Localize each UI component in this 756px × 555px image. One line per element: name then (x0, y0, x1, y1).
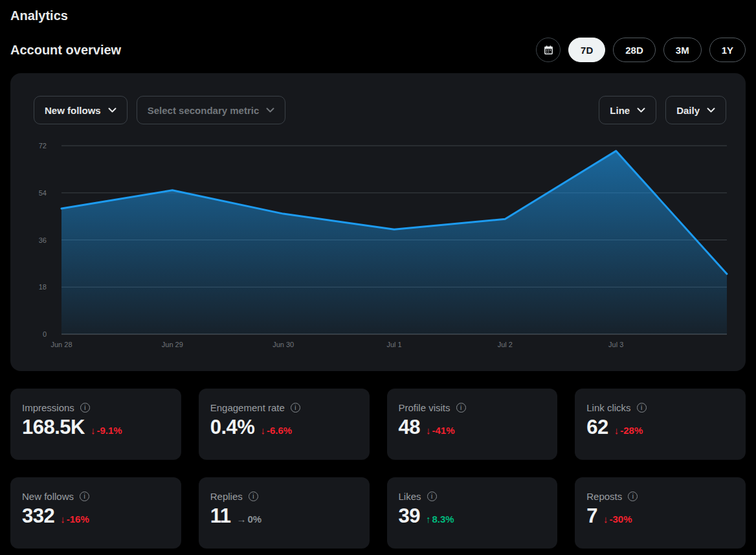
info-icon[interactable]: i (427, 492, 437, 501)
info-icon[interactable]: i (637, 403, 647, 413)
metric-card-link-clicks[interactable]: Link clicksi62↓ -28% (575, 389, 746, 460)
metric-label-row: Engagement ratei (210, 402, 358, 413)
metric-label: New follows (22, 491, 74, 502)
arrow-down-icon: ↓ (91, 425, 96, 436)
metric-card-reposts[interactable]: Repostsi7↓ -30% (575, 477, 746, 549)
metric-value: 48 (399, 416, 420, 439)
info-icon[interactable]: i (456, 403, 466, 413)
calendar-button[interactable] (536, 38, 561, 62)
metric-label-row: New followsi (22, 491, 170, 502)
chevron-down-icon (637, 108, 645, 113)
x-axis-tick: Jun 30 (272, 341, 294, 348)
metric-label: Replies (210, 491, 243, 502)
primary-metric-dropdown[interactable]: New follows (34, 96, 128, 124)
arrow-flat-icon: → (237, 514, 247, 525)
metric-delta: ↓ -30% (603, 514, 632, 525)
metric-delta: ↑ 8.3% (426, 514, 454, 525)
arrow-down-icon: ↓ (603, 514, 608, 525)
y-axis-tick: 18 (39, 283, 47, 291)
x-axis-tick: Jul 1 (386, 341, 401, 348)
chart-type-dropdown[interactable]: Line (599, 96, 656, 124)
chevron-down-icon (707, 108, 715, 113)
calendar-icon (543, 45, 554, 56)
time-range-pill-3m[interactable]: 3M (663, 38, 702, 62)
time-range-pill-28d[interactable]: 28D (613, 38, 656, 62)
metric-delta: ↓ -16% (60, 514, 89, 525)
metric-value-row: 39↑ 8.3% (399, 504, 546, 528)
metric-card-engagement-rate[interactable]: Engagement ratei0.4%↓ -6.6% (199, 389, 370, 460)
metric-card-profile-visits[interactable]: Profile visitsi48↓ -41% (387, 389, 558, 460)
metric-delta: ↓ -28% (614, 425, 643, 436)
arrow-up-icon: ↑ (426, 514, 431, 525)
metric-delta-percent: -9.1% (96, 425, 122, 436)
arrow-down-icon: ↓ (614, 425, 619, 436)
metric-label: Engagement rate (210, 402, 285, 413)
area-fill (61, 151, 727, 334)
metric-value-row: 0.4%↓ -6.6% (210, 416, 358, 439)
metric-label-row: Profile visitsi (399, 402, 546, 413)
metric-delta: ↓ -41% (426, 425, 455, 436)
metric-delta-percent: -30% (610, 514, 632, 525)
trend-chart-card: New follows Select secondary metric Line (10, 73, 746, 371)
metric-delta-percent: 8.3% (432, 514, 454, 525)
chart-type-label: Line (610, 105, 630, 116)
metric-label: Link clicks (586, 402, 630, 413)
time-range-pill-7d[interactable]: 7D (568, 38, 605, 62)
page-title: Analytics (10, 0, 746, 23)
secondary-metric-placeholder: Select secondary metric (148, 105, 260, 116)
time-range-pills: 7D28D3M1Y (568, 38, 746, 62)
metric-label: Likes (399, 491, 421, 502)
metric-delta: ↓ -6.6% (260, 425, 292, 436)
metric-delta-percent: -6.6% (267, 425, 292, 436)
metric-value: 332 (22, 504, 54, 528)
metric-label: Impressions (22, 402, 74, 413)
info-icon[interactable]: i (80, 403, 90, 413)
x-axis-tick: Jun 29 (162, 341, 183, 348)
metric-card-likes[interactable]: Likesi39↑ 8.3% (387, 477, 558, 549)
metric-card-new-follows[interactable]: New followsi332↓ -16% (10, 477, 181, 549)
info-icon[interactable]: i (291, 403, 300, 413)
metric-delta-percent: -41% (432, 425, 454, 436)
analytics-page: Analytics Account overview 7D28D3M1Y New… (0, 0, 756, 549)
info-icon[interactable]: i (628, 492, 638, 501)
metric-value: 168.5K (22, 416, 85, 439)
metric-delta-percent: 0% (248, 514, 262, 525)
arrow-down-icon: ↓ (426, 425, 431, 436)
x-axis-tick: Jul 3 (608, 341, 623, 348)
metric-value-row: 11→ 0% (210, 504, 358, 528)
chart-controls: New follows Select secondary metric Line (10, 96, 746, 124)
metric-label: Profile visits (399, 402, 450, 413)
y-axis-tick: 36 (39, 236, 47, 244)
metric-card-impressions[interactable]: Impressionsi168.5K↓ -9.1% (10, 389, 181, 460)
metric-value-row: 168.5K↓ -9.1% (22, 416, 170, 439)
metric-delta-percent: -28% (620, 425, 643, 436)
metric-label: Reposts (586, 491, 622, 502)
metric-value: 7 (586, 504, 597, 528)
arrow-down-icon: ↓ (260, 425, 265, 436)
metric-value: 62 (586, 416, 608, 439)
metric-value-row: 332↓ -16% (22, 504, 170, 528)
trend-chart[interactable]: 018365472Jun 28Jun 29Jun 30Jul 1Jul 2Jul… (10, 138, 746, 358)
chevron-down-icon (108, 108, 117, 113)
chart-display-selectors: Line Daily (599, 96, 726, 124)
info-icon[interactable]: i (249, 492, 258, 501)
interval-dropdown[interactable]: Daily (665, 96, 726, 124)
metric-label-row: Link clicksi (586, 402, 734, 413)
metric-delta: ↓ -9.1% (91, 425, 122, 436)
metric-card-replies[interactable]: Repliesi11→ 0% (199, 477, 370, 549)
info-icon[interactable]: i (80, 492, 89, 501)
metric-value-row: 7↓ -30% (586, 504, 734, 528)
metric-value: 11 (210, 504, 231, 528)
metric-delta-percent: -16% (67, 514, 89, 525)
subheader: Account overview 7D28D3M1Y (10, 38, 746, 62)
time-range-pill-1y[interactable]: 1Y (709, 38, 746, 62)
metric-label-row: Repliesi (210, 491, 358, 502)
metrics-grid: Impressionsi168.5K↓ -9.1%Engagement rate… (10, 389, 746, 549)
x-axis-tick: Jul 2 (498, 341, 513, 348)
interval-label: Daily (676, 105, 700, 116)
metric-value: 0.4% (210, 416, 255, 439)
secondary-metric-dropdown[interactable]: Select secondary metric (137, 96, 286, 124)
page-subtitle: Account overview (10, 43, 121, 58)
y-axis-tick: 54 (39, 189, 47, 197)
metric-label-row: Impressionsi (22, 402, 170, 413)
